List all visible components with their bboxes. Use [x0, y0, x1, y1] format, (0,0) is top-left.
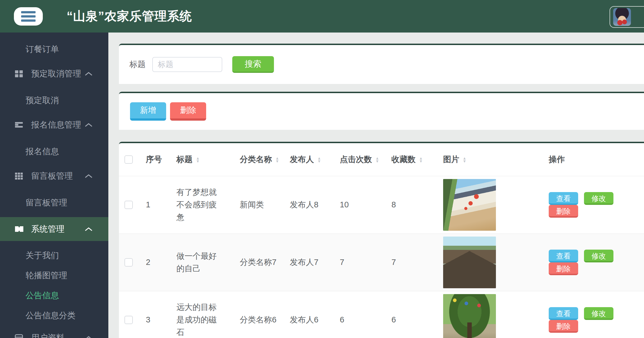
row-photo [443, 294, 496, 338]
cell-clicks: 6 [333, 291, 385, 338]
view-button[interactable]: 查看 [549, 250, 578, 262]
row-delete-button[interactable]: 删除 [549, 320, 578, 333]
data-table-panel: 序号 标题▲▼ 分类名称▲▼ 发布人▲▼ 点击次数▲▼ 收藏数▲▼ 图片▲▼ 操… [119, 142, 644, 338]
table-row: 2 做一个最好的自己 分类名称7 发布人7 7 7 查看 修改 删除 [119, 233, 644, 291]
column-header-title: 标题▲▼ [169, 143, 233, 176]
cell-title: 远大的目标是成功的磁石 [169, 291, 233, 338]
column-header-favorites: 收藏数▲▼ [385, 143, 436, 176]
row-photo [443, 179, 496, 231]
search-button[interactable]: 搜索 [232, 56, 274, 73]
column-header-actions: 操作 [542, 143, 644, 176]
hamburger-menu-button[interactable] [14, 7, 43, 26]
sort-icon[interactable]: ▲▼ [375, 157, 379, 163]
sidebar-item-booking-cancel[interactable]: 预定取消 [0, 90, 108, 110]
edit-button[interactable]: 修改 [584, 307, 613, 320]
announcement-table: 序号 标题▲▼ 分类名称▲▼ 发布人▲▼ 点击次数▲▼ 收藏数▲▼ 图片▲▼ 操… [119, 143, 644, 338]
sidebar: 订餐订单 预定取消管理 预定取消 报名信息管理 [0, 33, 108, 338]
sidebar-item-label: 关于我们 [26, 250, 59, 261]
table-header-row: 序号 标题▲▼ 分类名称▲▼ 发布人▲▼ 点击次数▲▼ 收藏数▲▼ 图片▲▼ 操… [119, 143, 644, 176]
grid-icon [14, 70, 24, 77]
cell-clicks: 7 [333, 233, 385, 291]
sidebar-item-message-board-mgmt[interactable]: 留言板管理 [0, 166, 108, 186]
sidebar-item-label: 订餐订单 [26, 44, 59, 55]
sidebar-item-label: 用户资料 [31, 332, 64, 338]
cell-index: 2 [139, 233, 169, 291]
cell-title: 做一个最好的自己 [169, 233, 233, 291]
cell-favorites: 8 [385, 176, 436, 233]
cell-index: 3 [139, 291, 169, 338]
cell-index: 1 [139, 176, 169, 233]
sidebar-item-user-profile[interactable]: 用户资料 [0, 328, 108, 338]
main-content: 标题 搜索 新增 删除 序号 标题▲▼ 分类名称▲▼ [108, 33, 644, 338]
sort-icon[interactable]: ▲▼ [317, 157, 321, 163]
select-all-checkbox[interactable] [124, 155, 133, 164]
sidebar-item-announcement-info[interactable]: 公告信息 [0, 285, 108, 305]
sort-icon[interactable]: ▲▼ [196, 157, 200, 163]
sidebar-item-signup-info-mgmt[interactable]: 报名信息管理 [0, 115, 108, 135]
cell-publisher: 发布人8 [283, 176, 333, 233]
chevron-up-icon [84, 224, 93, 234]
delete-button[interactable]: 删除 [170, 102, 206, 121]
edit-button[interactable]: 修改 [584, 250, 613, 262]
sidebar-item-system-mgmt[interactable]: 系统管理 [0, 217, 108, 241]
sort-icon[interactable]: ▲▼ [419, 157, 423, 163]
system-icon [14, 225, 24, 233]
cell-title: 有了梦想就不会感到疲惫 [169, 176, 233, 233]
sidebar-item-label: 公告信息 [26, 290, 59, 301]
sidebar-item-label: 轮播图管理 [26, 270, 67, 281]
window-icon [14, 334, 24, 338]
sidebar-item-label: 预定取消 [26, 95, 59, 106]
edit-button[interactable]: 修改 [584, 192, 613, 205]
sidebar-item-announcement-category[interactable]: 公告信息分类 [0, 305, 108, 325]
column-header-publisher: 发布人▲▼ [283, 143, 333, 176]
hamburger-icon [21, 11, 36, 22]
sidebar-item-signup-info[interactable]: 报名信息 [0, 141, 108, 161]
row-checkbox[interactable] [124, 258, 133, 267]
cell-category: 新闻类 [233, 176, 283, 233]
user-avatar-button[interactable] [610, 6, 644, 28]
list-icon [14, 121, 24, 128]
add-button[interactable]: 新增 [130, 102, 166, 121]
cell-publisher: 发布人6 [283, 291, 333, 338]
sidebar-item-about-us[interactable]: 关于我们 [0, 245, 108, 265]
search-field-label: 标题 [129, 59, 146, 70]
table-row: 3 远大的目标是成功的磁石 分类名称6 发布人6 6 6 查看 修改 删除 [119, 291, 644, 338]
sidebar-item-label: 报名信息管理 [31, 119, 81, 131]
column-header-image: 图片▲▼ [436, 143, 542, 176]
chevron-up-icon [84, 120, 93, 130]
column-header-index: 序号 [139, 143, 169, 176]
sidebar-item-label: 预定取消管理 [31, 68, 81, 79]
toolbar-panel: 新增 删除 [119, 92, 644, 130]
sidebar-item-dining-orders[interactable]: 订餐订单 [0, 39, 108, 59]
sort-icon[interactable]: ▲▼ [463, 157, 466, 163]
app-header: “山泉”农家乐管理系统 [0, 0, 644, 33]
view-button[interactable]: 查看 [549, 307, 578, 320]
sidebar-item-booking-cancel-mgmt[interactable]: 预定取消管理 [0, 64, 108, 84]
search-panel: 标题 搜索 [119, 44, 644, 84]
search-input[interactable] [152, 57, 222, 72]
cell-clicks: 10 [333, 176, 385, 233]
chevron-up-icon [84, 333, 93, 338]
app-title: “山泉”农家乐管理系统 [67, 8, 192, 24]
column-header-category: 分类名称▲▼ [233, 143, 283, 176]
sort-icon[interactable]: ▲▼ [275, 157, 279, 163]
cell-category: 分类名称7 [233, 233, 283, 291]
sidebar-item-label: 留言板管理 [26, 197, 67, 208]
cell-publisher: 发布人7 [283, 233, 333, 291]
chevron-up-icon [84, 171, 93, 181]
row-delete-button[interactable]: 删除 [549, 262, 578, 275]
table-row: 1 有了梦想就不会感到疲惫 新闻类 发布人8 10 8 查看 修改 删除 [119, 176, 644, 233]
avatar [613, 8, 631, 26]
sidebar-item-label: 报名信息 [26, 146, 59, 157]
sidebar-item-carousel-mgmt[interactable]: 轮播图管理 [0, 265, 108, 285]
cell-favorites: 7 [385, 233, 436, 291]
view-button[interactable]: 查看 [549, 192, 578, 205]
row-checkbox[interactable] [124, 316, 133, 324]
cell-category: 分类名称6 [233, 291, 283, 338]
grid9-icon [14, 172, 24, 180]
sidebar-item-label: 系统管理 [31, 223, 64, 235]
cell-favorites: 6 [385, 291, 436, 338]
row-delete-button[interactable]: 删除 [549, 205, 578, 218]
row-checkbox[interactable] [124, 201, 133, 209]
sidebar-item-message-board[interactable]: 留言板管理 [0, 193, 108, 213]
